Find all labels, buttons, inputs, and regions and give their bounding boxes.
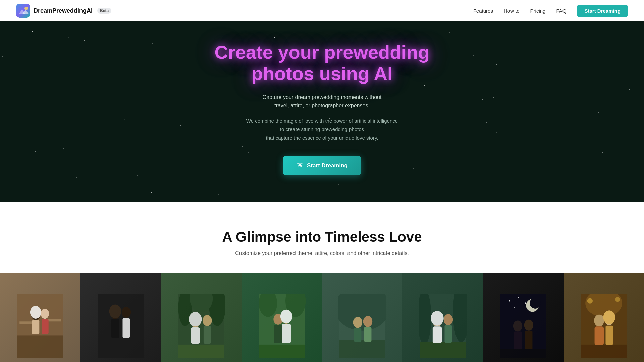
svg-rect-10 xyxy=(17,336,63,359)
svg-rect-49 xyxy=(364,327,371,342)
hero-start-dreaming-button[interactable]: Start Dreaming xyxy=(283,156,361,175)
svg-point-46 xyxy=(353,317,362,328)
svg-rect-70 xyxy=(500,349,546,358)
glimpse-subtitle: Customize your preferred theme, attire, … xyxy=(0,250,644,256)
photo-card-8 xyxy=(564,273,644,362)
nav-features[interactable]: Features xyxy=(473,8,493,14)
svg-point-5 xyxy=(297,163,299,165)
svg-rect-79 xyxy=(605,326,613,345)
svg-point-55 xyxy=(444,314,453,325)
svg-rect-33 xyxy=(204,326,211,344)
svg-rect-18 xyxy=(98,294,144,358)
svg-rect-42 xyxy=(282,324,291,344)
svg-rect-28 xyxy=(178,345,224,358)
nav-pricing[interactable]: Pricing xyxy=(530,8,546,14)
svg-point-41 xyxy=(280,310,292,323)
svg-rect-68 xyxy=(514,332,522,350)
svg-rect-32 xyxy=(191,328,200,344)
svg-rect-75 xyxy=(581,345,627,358)
svg-point-65 xyxy=(514,307,515,308)
svg-point-47 xyxy=(363,316,372,327)
svg-rect-22 xyxy=(122,318,130,338)
svg-point-61 xyxy=(530,298,541,309)
svg-point-23 xyxy=(109,305,121,318)
svg-point-73 xyxy=(587,298,593,304)
svg-point-3 xyxy=(24,7,28,10)
svg-rect-15 xyxy=(32,320,39,334)
svg-rect-11 xyxy=(19,322,33,324)
brand-logo-link[interactable]: DreamPreweddingAI Beta xyxy=(16,4,111,18)
nav-links: Features How to Pricing FAQ Start Dreami… xyxy=(473,5,628,17)
hero-content: Create your prewedding photos using AI C… xyxy=(206,21,437,202)
svg-point-17 xyxy=(30,306,41,319)
svg-rect-53 xyxy=(420,342,466,358)
photo-card-6 xyxy=(402,273,483,362)
svg-rect-57 xyxy=(433,327,442,343)
navbar: DreamPreweddingAI Beta Features How to P… xyxy=(0,0,644,21)
svg-rect-40 xyxy=(274,325,282,343)
svg-point-30 xyxy=(203,315,212,326)
hero-subtitle-1: Capture your dream prewedding moments wi… xyxy=(214,93,429,110)
svg-point-67 xyxy=(524,320,533,331)
photo-strip xyxy=(0,273,644,362)
svg-point-62 xyxy=(509,300,510,302)
glimpse-title: A Glimpse into Timeless Love xyxy=(0,229,644,245)
svg-rect-58 xyxy=(444,325,452,343)
svg-point-8 xyxy=(300,165,302,167)
photo-card-5 xyxy=(322,273,402,362)
beta-badge: Beta xyxy=(97,8,111,14)
hero-section: Create your prewedding photos using AI C… xyxy=(0,0,644,202)
svg-point-31 xyxy=(189,312,202,327)
svg-point-20 xyxy=(122,307,131,318)
photo-card-7 xyxy=(483,273,564,362)
nav-faq[interactable]: FAQ xyxy=(556,8,566,14)
svg-rect-21 xyxy=(111,319,119,338)
photo-card-2 xyxy=(80,273,161,362)
glimpse-section: A Glimpse into Timeless Love Customize y… xyxy=(0,202,644,362)
svg-rect-78 xyxy=(595,327,604,345)
photo-card-4 xyxy=(241,273,322,362)
svg-point-56 xyxy=(431,311,443,326)
nav-how-to[interactable]: How to xyxy=(504,8,520,14)
svg-point-63 xyxy=(518,297,519,298)
svg-rect-37 xyxy=(259,345,305,358)
svg-point-7 xyxy=(298,165,300,167)
hero-title: Create your prewedding photos using AI xyxy=(214,42,429,85)
svg-point-6 xyxy=(301,163,303,164)
svg-rect-69 xyxy=(525,331,532,350)
dream-icon xyxy=(296,161,304,170)
svg-rect-48 xyxy=(354,328,361,342)
svg-point-76 xyxy=(594,315,604,327)
nav-start-dreaming-button[interactable]: Start Dreaming xyxy=(577,5,628,17)
svg-rect-16 xyxy=(42,319,49,334)
brand-logo-icon xyxy=(16,4,30,18)
svg-point-44 xyxy=(338,294,386,331)
photo-card-3 xyxy=(161,273,241,362)
photo-card-1 xyxy=(0,273,80,362)
hero-subtitle-2: We combine the magic of love with the po… xyxy=(214,117,429,142)
svg-point-74 xyxy=(615,297,620,302)
svg-point-14 xyxy=(41,309,49,319)
svg-point-64 xyxy=(525,303,526,304)
svg-rect-45 xyxy=(339,340,385,359)
brand-name-text: DreamPreweddingAI xyxy=(34,7,93,14)
svg-point-80 xyxy=(603,311,615,324)
svg-point-66 xyxy=(513,321,522,332)
